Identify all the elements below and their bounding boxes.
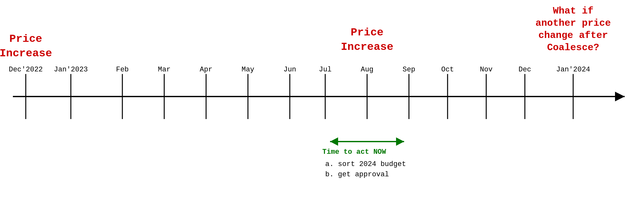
price-increase-2-line2: Increase: [341, 41, 393, 53]
month-label-jan2024: Jan'2024: [556, 66, 590, 74]
price-increase-2-line1: Price: [351, 26, 384, 39]
what-if-line2: another price: [535, 18, 611, 29]
month-label-jan2023: Jan'2023: [54, 66, 88, 74]
month-label-apr: Apr: [200, 66, 213, 74]
price-increase-1-line1: Price: [9, 33, 42, 45]
svg-marker-17: [330, 137, 338, 146]
month-label-sep: Sep: [402, 66, 415, 74]
month-label-feb: Feb: [116, 66, 129, 74]
what-if-line4: Coalesce?: [547, 42, 599, 53]
bullet-b: b. get approval: [325, 171, 389, 179]
month-label-mar: Mar: [158, 66, 171, 74]
month-label-jul: Jul: [319, 66, 332, 74]
month-label-jun: Jun: [283, 66, 296, 74]
month-label-oct: Oct: [441, 66, 454, 74]
bullet-a: a. sort 2024 budget: [325, 160, 406, 168]
what-if-line1: What if: [553, 5, 593, 16]
month-label-nov: Nov: [480, 66, 493, 74]
what-if-line3: change after: [538, 30, 608, 41]
svg-marker-18: [396, 137, 404, 146]
month-label-may: May: [242, 66, 254, 74]
svg-marker-1: [615, 92, 625, 101]
month-label-dec-2023: Dec: [518, 66, 531, 74]
time-to-act-label: Time to act NOW: [322, 148, 386, 156]
price-increase-1-line2: Increase: [0, 47, 52, 60]
month-label-dec2022: Dec'2022: [9, 66, 43, 74]
diagram-container: Dec'2022 Jan'2023 Feb Mar Apr May Jun Ju…: [0, 0, 644, 222]
month-label-aug: Aug: [361, 66, 374, 74]
